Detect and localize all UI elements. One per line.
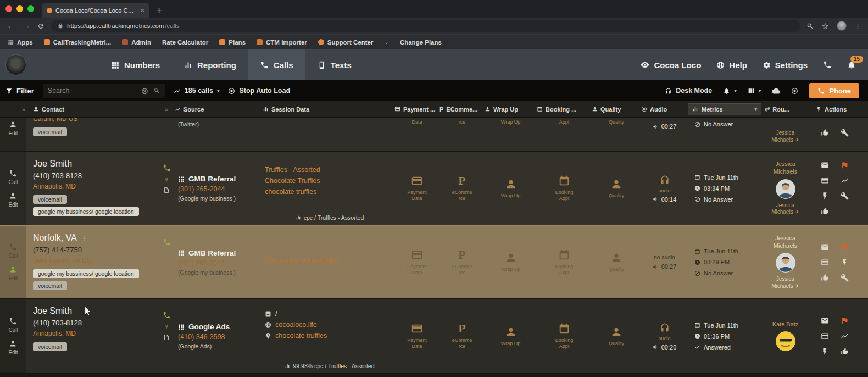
header-routing[interactable]: ⇄Rou...	[765, 106, 806, 113]
call-button[interactable]: Call	[8, 317, 18, 333]
agent-avatar[interactable]	[776, 179, 795, 199]
notifications-button[interactable]: 15	[847, 60, 856, 69]
search-input[interactable]	[48, 87, 136, 95]
wrapup-cell[interactable]: Wrap Up	[485, 118, 537, 151]
metrics-select[interactable]: Metrics ▾	[688, 103, 761, 115]
ecommerce-cell[interactable]: PeComme rce	[439, 226, 485, 298]
wrapup-cell[interactable]: Wrap Up	[485, 226, 537, 298]
session-keyword[interactable]: chocolate truffles	[275, 332, 327, 340]
contact-location[interactable]: Annapolis, MD	[33, 330, 76, 337]
card-action-icon[interactable]	[821, 332, 829, 340]
phone-button[interactable]: Phone	[809, 83, 859, 98]
wrench-action-icon[interactable]	[841, 192, 849, 200]
stop-auto-load-button[interactable]: Stop Auto Load	[228, 87, 290, 95]
agent-secondary[interactable]: Jessica Michaels ✈	[765, 276, 806, 290]
email-action-icon[interactable]	[821, 243, 829, 251]
softphone-icon[interactable]	[823, 60, 832, 69]
ecommerce-cell[interactable]: rce	[439, 118, 485, 151]
search-icon[interactable]	[153, 87, 160, 94]
speaker-icon[interactable]	[653, 264, 659, 270]
search-box[interactable]: ⊗	[43, 84, 165, 98]
source-number[interactable]: (301) 265-2044	[178, 259, 263, 267]
contact-name[interactable]: Joe Smith	[33, 159, 72, 169]
ecommerce-cell[interactable]: PeComme rce	[439, 299, 485, 373]
source-name[interactable]: GMB Referral	[188, 249, 236, 257]
bookmark-ctm-importer[interactable]: CTM Importer	[257, 39, 307, 46]
agent-name[interactable]: Jessica Michaels	[765, 235, 806, 250]
forward-icon[interactable]: →	[22, 21, 31, 31]
tag-gmb[interactable]: google my bussiness/ google location	[33, 269, 139, 278]
call-row[interactable]: Edit Caram, MD US voicemail (Twitter) Da…	[0, 118, 868, 152]
call-button[interactable]: Call	[8, 243, 18, 259]
session-site[interactable]: cocoaloco.life	[275, 321, 317, 329]
bookmark-support-center[interactable]: Support Center	[318, 39, 374, 46]
back-icon[interactable]: ←	[7, 21, 15, 31]
header-quality[interactable]: Quality	[592, 106, 641, 113]
contact-location[interactable]: Belle Haven, VA US	[33, 257, 91, 264]
audio-cell[interactable]: no audio 00:27	[641, 226, 688, 298]
header-contact[interactable]: Contact	[26, 106, 158, 113]
tag-voicemail[interactable]: voicemail	[33, 281, 67, 290]
agent-name[interactable]: Kate Batz	[772, 321, 799, 329]
source-name[interactable]: Google Ads	[188, 323, 230, 331]
audio-cell[interactable]: audio 00:20	[641, 299, 688, 373]
nav-tab-texts[interactable]: Texts	[305, 49, 364, 80]
session-landing-path[interactable]: /	[275, 310, 277, 318]
call-button[interactable]: Call	[8, 169, 18, 185]
bookmark-plans[interactable]: Plans	[219, 39, 246, 46]
email-action-icon[interactable]	[821, 161, 829, 169]
settings-menu[interactable]: Settings	[763, 60, 808, 70]
header-booking[interactable]: Booking ...	[537, 106, 592, 113]
calls-count-dropdown[interactable]: 185 calls▾	[174, 87, 220, 95]
bookmark-star-icon[interactable]: ☆	[821, 21, 829, 31]
thumbs-up-icon[interactable]	[841, 347, 849, 356]
wrench-action-icon[interactable]	[841, 274, 849, 282]
session-keyword[interactable]: Chocolate Truffles	[265, 177, 394, 185]
browser-menu-icon[interactable]: ⋮	[854, 22, 861, 30]
header-audio[interactable]: Audio	[641, 106, 688, 113]
browser-profile-avatar[interactable]	[837, 21, 847, 31]
bookmarks-overflow-icon[interactable]: ⌄	[384, 39, 388, 45]
help-menu[interactable]: Help	[716, 60, 747, 70]
speaker-icon[interactable]	[653, 196, 659, 202]
window-zoom-button[interactable]	[27, 5, 34, 12]
bolt-action-icon[interactable]	[821, 347, 829, 356]
tag-voicemail[interactable]: voicemail	[33, 127, 67, 136]
tag-voicemail[interactable]: voicemail	[33, 195, 67, 204]
payment-data-cell[interactable]: Payment Data	[394, 226, 439, 298]
call-row[interactable]: Call Edit Joe Smith (410) 703-8128 Annap…	[0, 299, 868, 374]
thumbs-up-icon[interactable]	[821, 207, 829, 215]
contact-location[interactable]: Annapolis, MD	[33, 182, 76, 190]
desk-mode-button[interactable]: Desk Mode	[665, 87, 712, 95]
session-keyword[interactable]: Truffles - Assorted	[265, 166, 394, 174]
contact-name[interactable]: Norfolk, VA	[33, 233, 77, 243]
source-number[interactable]: (410) 346-3598	[178, 333, 263, 341]
wrapup-cell[interactable]: Wrap Up	[485, 299, 537, 373]
window-minimize-button[interactable]	[16, 5, 23, 12]
filter-button[interactable]: Filter	[5, 87, 34, 95]
nav-tab-reporting[interactable]: Reporting	[172, 49, 248, 80]
agent-secondary[interactable]: Jessica Michaels ✈	[765, 130, 806, 143]
header-wrapup[interactable]: Wrap Up	[485, 106, 537, 113]
bookmark-apps[interactable]: Apps	[8, 39, 33, 46]
contact-name[interactable]: Joe Smith	[33, 306, 72, 316]
bolt-action-icon[interactable]	[841, 258, 849, 267]
edit-button[interactable]: Edit	[8, 192, 18, 208]
flag-icon[interactable]	[841, 317, 849, 325]
session-keyword[interactable]: chocolate truffles	[265, 188, 394, 196]
address-bar[interactable]: https://app.calltrackingmetrics.com /cal…	[51, 20, 800, 32]
edit-button[interactable]: Edit	[8, 265, 18, 281]
bookmark-admin[interactable]: Admin	[122, 39, 151, 46]
flag-icon[interactable]	[841, 243, 849, 251]
booking-cell[interactable]: Booking Appt	[537, 299, 592, 373]
source-name[interactable]: GMB Referral	[188, 175, 236, 183]
contact-location[interactable]: Caram, MD US	[33, 118, 77, 123]
agent-secondary[interactable]: Jessica Michaels ✈	[765, 202, 806, 216]
nav-tab-numbers[interactable]: Numbers	[99, 49, 172, 80]
ecommerce-cell[interactable]: PeComme rce	[439, 152, 485, 225]
tag-voicemail[interactable]: voicemail	[33, 342, 67, 351]
speaker-icon[interactable]	[653, 124, 659, 130]
agent-avatar[interactable]	[776, 253, 795, 273]
bookmark-rate-calculator[interactable]: Rate Calculator	[162, 39, 208, 46]
payment-data-cell[interactable]: Payment Data	[394, 152, 439, 225]
